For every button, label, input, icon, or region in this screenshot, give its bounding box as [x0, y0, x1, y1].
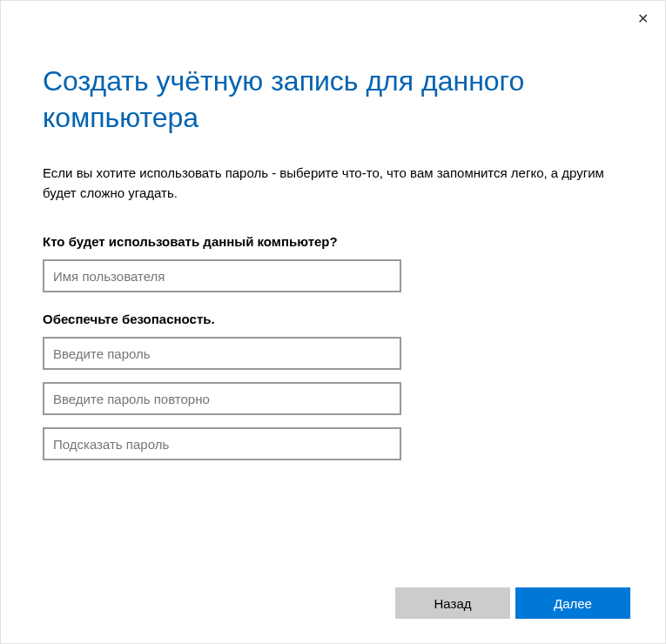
close-icon: ✕	[637, 10, 649, 27]
password-confirm-input[interactable]	[43, 382, 401, 415]
user-section-label: Кто будет использовать данный компьютер?	[43, 234, 623, 249]
page-title: Создать учётную запись для данного компь…	[43, 64, 623, 136]
next-button[interactable]: Далее	[515, 587, 630, 619]
close-button[interactable]: ✕	[632, 8, 653, 29]
create-account-window: ✕ Создать учётную запись для данного ком…	[0, 0, 666, 644]
security-section: Обеспечьте безопасность.	[43, 312, 623, 460]
back-button[interactable]: Назад	[395, 587, 510, 619]
password-input[interactable]	[43, 337, 401, 370]
content-area: Создать учётную запись для данного компь…	[1, 1, 665, 460]
user-section: Кто будет использовать данный компьютер?	[43, 234, 623, 292]
password-hint-input[interactable]	[43, 427, 401, 460]
page-description: Если вы хотите использовать пароль - выб…	[43, 164, 623, 203]
security-section-label: Обеспечьте безопасность.	[43, 312, 623, 326]
footer-buttons: Назад Далее	[395, 587, 630, 619]
username-input[interactable]	[43, 259, 401, 292]
